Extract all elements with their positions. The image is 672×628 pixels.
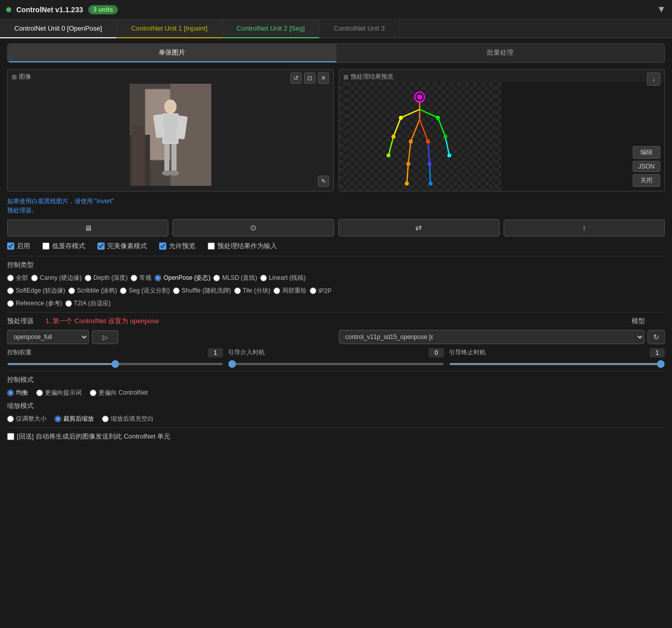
start-slider[interactable] — [228, 363, 444, 365]
svg-rect-9 — [171, 144, 177, 172]
pose-area — [339, 82, 665, 191]
svg-point-38 — [443, 135, 447, 139]
tabs-bar: ControlNet Unit 0 [OpenPose] ControlNet … — [0, 19, 672, 38]
scale-mode-row: 仅调整大小 裁剪后缩放 缩放后填充空白 — [7, 415, 665, 423]
model-refresh-button[interactable]: ↻ — [648, 330, 665, 344]
svg-rect-7 — [163, 114, 178, 142]
svg-point-43 — [406, 162, 410, 166]
menu-icon[interactable]: ▼ — [657, 4, 666, 15]
model-select-wrap: control_v11p_sd15_openpose [ε ↻ — [339, 330, 665, 344]
radio-localredraw[interactable]: 局部重绘 — [273, 286, 307, 295]
info-text: 如果使用白底黑线图片，请使用 "invert" 预处理器。 — [7, 197, 119, 215]
svg-point-44 — [427, 162, 431, 166]
radio-canny[interactable]: Canny (硬边缘) — [31, 274, 82, 282]
bottom-checkbox-row: [回送] 自动将生成后的图像发送到此 ControlNet 单元 — [7, 432, 665, 441]
upload-button[interactable]: ↑ — [504, 220, 665, 236]
low-vram-checkbox[interactable]: 低显存模式 — [42, 241, 85, 251]
json-button[interactable]: JSON — [633, 161, 660, 172]
preprocessor-select[interactable]: openpose_full — [7, 330, 89, 344]
sliders-container: 控制权重 1 引导介入时机 0 引导终止时机 1 — [7, 348, 665, 367]
preprocessor-select-wrap: openpose_full ▷ — [7, 330, 334, 344]
svg-point-46 — [428, 182, 432, 186]
tab-unit2[interactable]: ControlNet Unit 2 [Seg] — [222, 19, 320, 38]
svg-rect-8 — [164, 144, 169, 172]
radio-openpose[interactable]: OpenPose (姿态) — [155, 274, 210, 282]
tab-unit3[interactable]: ControlNet Unit 3 — [319, 19, 400, 37]
undo-button[interactable]: ↺ — [290, 73, 302, 84]
main-content: 单张图片 批量处理 ⊞ 图像 ↺ ⊡ ✕ ✎ — [0, 38, 672, 446]
mode-tab-single[interactable]: 单张图片 — [8, 44, 336, 62]
checkboxes-row: 启用 低显存模式 完美像素模式 允许预览 预处理结果作为输入 — [7, 241, 665, 251]
mode-tab-batch[interactable]: 批量处理 — [336, 44, 665, 62]
svg-rect-15 — [132, 125, 145, 186]
radio-normal[interactable]: 常规 — [131, 274, 152, 282]
image-label-icon: ⊞ — [12, 74, 17, 81]
radio-mlsd[interactable]: MLSD (直线) — [213, 274, 257, 282]
control-mode-title: 控制模式 — [7, 375, 665, 384]
preprocessor-run-button[interactable]: ▷ — [92, 330, 118, 344]
close-image-button[interactable]: ✕ — [318, 73, 329, 84]
app-title-area: ControlNet v1.1.233 3 units — [6, 5, 118, 14]
radio-softedge[interactable]: SoftEdge (软边缘) — [7, 286, 65, 295]
svg-point-40 — [447, 153, 451, 157]
status-dot — [6, 7, 11, 12]
radio-seg[interactable]: Seg (语义分割) — [120, 286, 170, 295]
mode-tabs: 单张图片 批量处理 — [7, 43, 665, 63]
camera-icon: ⊙ — [250, 223, 257, 232]
radio-scribble[interactable]: Scribble (涂鸦) — [68, 286, 117, 295]
radio-prompt[interactable]: 更偏向提示词 — [36, 389, 82, 397]
tab-unit0[interactable]: ControlNet Unit 0 [OpenPose] — [0, 19, 117, 38]
allow-preview-checkbox[interactable]: 允许预览 — [159, 241, 195, 251]
tab-unit1[interactable]: ControlNet Unit 1 [Inpaint] — [117, 19, 222, 38]
pixel-perfect-checkbox[interactable]: 完美像素模式 — [97, 241, 147, 251]
radio-crop[interactable]: 裁剪后缩放 — [55, 415, 94, 423]
radio-resize[interactable]: 仅调整大小 — [7, 415, 46, 423]
control-mode-row: 均衡 更偏向提示词 更偏向 ControlNet — [7, 389, 665, 397]
loopback-checkbox[interactable]: [回送] 自动将生成后的图像发送到此 ControlNet 单元 — [7, 432, 170, 441]
as-input-checkbox[interactable]: 预处理结果作为输入 — [208, 241, 277, 251]
enable-checkbox[interactable]: 启用 — [7, 241, 30, 251]
radio-lineart[interactable]: Lineart (线稿) — [260, 274, 306, 282]
radio-ip2p[interactable]: IP2P — [310, 286, 332, 295]
toolbar-row: 🖥 ⊙ ⇄ ↑ — [7, 219, 665, 236]
svg-point-35 — [399, 116, 403, 120]
start-slider-group: 引导介入时机 0 — [228, 348, 444, 367]
pose-skeleton-panel — [339, 82, 502, 191]
scale-mode-title: 缩放模式 — [7, 401, 665, 410]
radio-fill[interactable]: 缩放后填充空白 — [102, 415, 154, 423]
radio-tile[interactable]: Tile (分块) — [234, 286, 270, 295]
preprocessor-model-row: openpose_full ▷ control_v11p_sd15_openpo… — [7, 330, 665, 344]
image-row: ⊞ 图像 ↺ ⊡ ✕ ✎ — [7, 69, 665, 191]
svg-point-45 — [405, 182, 409, 186]
refresh-button[interactable]: ⇄ — [338, 219, 500, 236]
radio-shuffle[interactable]: Shuffle (随机洗牌) — [173, 286, 231, 295]
side-buttons: 编辑 JSON 关闭 — [633, 146, 660, 187]
edit-pencil-button[interactable]: ✎ — [318, 176, 329, 187]
image-upload-panel[interactable]: ⊞ 图像 ↺ ⊡ ✕ ✎ — [7, 69, 334, 191]
edit-button[interactable]: 编辑 — [633, 146, 660, 159]
monitor-icon: 🖥 — [84, 224, 92, 232]
image-panel-label: ⊞ 图像 — [12, 73, 31, 81]
control-type-title: 控制类型 — [7, 260, 665, 270]
end-slider-group: 引导终止时机 1 — [449, 348, 665, 367]
radio-reference[interactable]: Reference (参考) — [7, 299, 62, 308]
close-button[interactable]: 关闭 — [633, 174, 660, 187]
image-preview-panel: ⊞ 预处理结果预览 ↓ — [339, 69, 665, 191]
crop-button[interactable]: ⊡ — [304, 73, 315, 84]
radio-balanced[interactable]: 均衡 — [7, 389, 28, 397]
svg-point-5 — [164, 100, 177, 114]
svg-point-47 — [417, 94, 422, 100]
units-badge: 3 units — [88, 5, 118, 14]
monitor-button[interactable]: 🖥 — [7, 220, 168, 236]
radio-depth[interactable]: Depth (深度) — [85, 274, 128, 282]
radio-t2ia[interactable]: T2IA (自适应) — [65, 299, 111, 308]
model-select[interactable]: control_v11p_sd15_openpose [ε — [339, 330, 645, 344]
download-button[interactable]: ↓ — [647, 73, 660, 86]
weight-slider[interactable] — [7, 363, 223, 365]
radio-all[interactable]: 全部 — [7, 274, 28, 282]
end-slider[interactable] — [449, 363, 665, 365]
svg-point-41 — [409, 139, 413, 143]
camera-button[interactable]: ⊙ — [172, 219, 334, 236]
radio-controlnet[interactable]: 更偏向 ControlNet — [90, 389, 148, 397]
image-panel-controls: ↺ ⊡ ✕ — [290, 73, 329, 84]
